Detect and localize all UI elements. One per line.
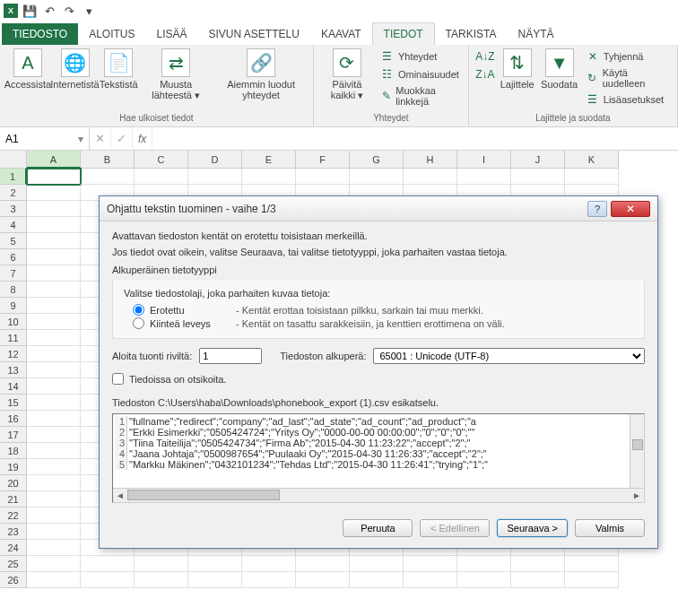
formula-input[interactable] [152,127,678,150]
cell[interactable] [27,201,81,217]
cell[interactable] [135,572,188,588]
column-header[interactable]: G [350,151,404,169]
undo-icon[interactable]: ↶ [41,3,57,19]
help-button[interactable]: ? [587,201,607,217]
dialog-titlebar[interactable]: Ohjattu tekstin tuominen - vaihe 1/3 ? ✕ [100,196,657,221]
cell[interactable] [27,282,81,298]
tab-view[interactable]: NÄYTÄ [507,23,564,45]
cell[interactable] [27,459,81,475]
tab-file[interactable]: TIEDOSTO [2,23,78,45]
refresh-all-button[interactable]: ⟳Päivitä kaikki ▾ [319,47,375,102]
row-header[interactable]: 10 [0,314,27,330]
cell[interactable] [242,556,296,572]
row-header[interactable]: 12 [0,346,27,362]
cell[interactable] [27,249,81,265]
fx-label[interactable]: fx [133,133,152,145]
tab-layout[interactable]: SIVUN ASETTELU [198,23,310,45]
row-header[interactable]: 22 [0,508,27,524]
tab-data[interactable]: TIEDOT [372,22,435,45]
row-header[interactable]: 7 [0,265,27,282]
row-header[interactable]: 1 [0,169,27,185]
from-text-button[interactable]: 📄Tekstistä [100,47,137,91]
has-headers-label[interactable]: Tiedoissa on otsikoita. [129,374,226,385]
from-other-button[interactable]: ⇄Muusta lähteestä ▾ [139,47,213,102]
scroll-right-icon[interactable]: ► [630,490,644,502]
name-box-dropdown-icon[interactable]: ▾ [78,133,83,145]
row-header[interactable]: 15 [0,395,27,411]
column-header[interactable]: A [27,151,81,169]
cell[interactable] [27,427,81,443]
finish-button[interactable]: Valmis [575,519,645,537]
scrollbar-thumb[interactable] [632,439,643,450]
cell[interactable] [27,330,81,346]
column-header[interactable]: H [404,151,457,169]
row-header[interactable]: 9 [0,298,27,314]
redo-icon[interactable]: ↷ [61,3,77,19]
edit-links-button[interactable]: ✎Muokkaa linkkejä [377,84,463,108]
reapply-button[interactable]: ↻Käytä uudelleen [582,66,672,90]
cell[interactable] [27,508,81,524]
scroll-left-icon[interactable]: ◄ [113,490,127,502]
cell[interactable] [27,443,81,459]
cell[interactable] [404,169,457,185]
tab-insert[interactable]: LISÄÄ [145,23,197,45]
cell[interactable] [27,346,81,362]
row-header[interactable]: 21 [0,491,27,508]
cell[interactable] [404,556,457,572]
file-origin-select[interactable]: 65001 : Unicode (UTF-8) [373,348,645,364]
preview-hscroll[interactable]: ◄ ► [113,488,644,502]
delimited-label[interactable]: Erotettu [150,305,230,316]
cell[interactable] [27,378,81,395]
save-icon[interactable]: 💾 [22,3,38,19]
column-header[interactable]: B [81,151,135,169]
back-button[interactable]: < Edellinen [420,519,490,537]
cell[interactable] [296,556,350,572]
cell[interactable] [350,572,404,588]
cell[interactable] [511,556,565,572]
cell[interactable] [296,169,350,185]
cell[interactable] [457,572,511,588]
column-header[interactable]: I [457,151,511,169]
row-header[interactable]: 6 [0,249,27,265]
column-header[interactable]: J [511,151,565,169]
from-access-button[interactable]: AAccessista [5,47,50,91]
cancel-formula-icon[interactable]: ✕ [90,127,111,150]
enter-formula-icon[interactable]: ✓ [111,127,133,150]
row-header[interactable]: 25 [0,556,27,572]
fixed-width-label[interactable]: Kiinteä leveys [150,318,230,329]
cell[interactable] [27,185,81,201]
row-header[interactable]: 18 [0,443,27,459]
close-button[interactable]: ✕ [611,201,650,217]
properties-button[interactable]: ☷Ominaisuudet [377,66,463,82]
cell[interactable] [27,475,81,491]
cell[interactable] [457,556,511,572]
sort-az-button[interactable]: A↓Z [474,48,496,65]
cell[interactable] [27,395,81,411]
cell[interactable] [81,169,135,185]
qat-dropdown-icon[interactable]: ▾ [81,3,97,19]
row-header[interactable]: 4 [0,217,27,233]
cell[interactable] [81,572,135,588]
cell[interactable] [242,169,296,185]
cell[interactable] [404,572,457,588]
cell[interactable] [135,169,188,185]
column-header[interactable]: F [296,151,350,169]
cell[interactable] [27,572,81,588]
connections-button[interactable]: ☰Yhteydet [377,48,463,65]
row-header[interactable]: 26 [0,572,27,588]
cancel-button[interactable]: Peruuta [343,519,413,537]
tab-review[interactable]: TARKISTA [435,23,508,45]
row-header[interactable]: 5 [0,233,27,249]
row-header[interactable]: 11 [0,330,27,346]
cell[interactable] [27,298,81,314]
cell[interactable] [350,556,404,572]
from-web-button[interactable]: 🌐Internetistä [52,47,98,91]
row-header[interactable]: 17 [0,427,27,443]
row-header[interactable]: 19 [0,459,27,475]
row-header[interactable]: 8 [0,282,27,298]
row-header[interactable]: 16 [0,411,27,427]
scrollbar-thumb[interactable] [127,490,280,500]
next-button[interactable]: Seuraava > [497,519,568,537]
advanced-filter-button[interactable]: ☰Lisäasetukset [582,91,672,108]
cell[interactable] [27,169,81,185]
